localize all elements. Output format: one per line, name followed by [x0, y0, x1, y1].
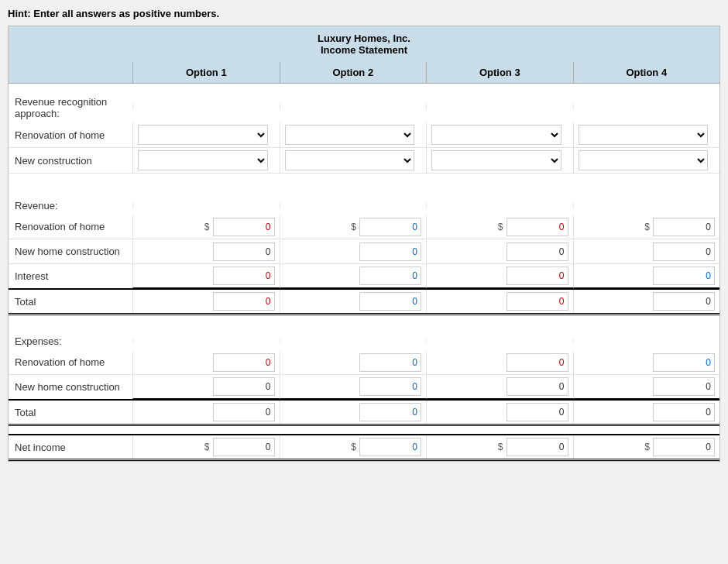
company-name: Luxury Homes, Inc.	[15, 33, 713, 44]
rr-empty-3	[426, 105, 573, 109]
new-construction-select-cell-2: Option A Option B Option C	[280, 148, 427, 173]
rev-new-home-cell-1	[132, 240, 280, 263]
col-header-3: Option 3	[426, 62, 573, 83]
exp-new-home-input-4[interactable]	[653, 377, 715, 396]
exp-total-cell-3	[426, 401, 573, 424]
rev-empty-1	[132, 203, 280, 208]
exp-empty-1	[132, 339, 280, 343]
new-construction-select-3[interactable]: Option A Option B Option C	[431, 150, 561, 170]
spacer-3	[9, 426, 719, 434]
exp-new-home-cell-2	[280, 375, 427, 399]
revenue-recognition-label: Revenue recognition approach:	[9, 91, 132, 122]
exp-new-home-label: New home construction	[9, 378, 132, 396]
exp-renovation-cell-3	[426, 351, 573, 374]
net-income-input-3[interactable]	[507, 438, 568, 456]
rev-interest-row: Interest	[9, 264, 719, 290]
col-header-1: Option 1	[132, 62, 280, 83]
new-construction-dropdown-row: New construction Option A Option B Optio…	[9, 148, 719, 174]
dollar-3: $	[498, 222, 503, 232]
rev-new-home-cell-3	[426, 240, 573, 263]
hint-text: Hint: Enter all answers as positive numb…	[8, 8, 720, 19]
rev-new-home-cell-2	[280, 240, 427, 263]
renovation-select-3[interactable]: Option A Option B Option C	[431, 125, 561, 145]
new-construction-select-2[interactable]: Option A Option B Option C	[285, 150, 415, 170]
new-construction-dropdown-label: New construction	[9, 152, 132, 170]
rev-new-home-input-1[interactable]	[213, 242, 275, 261]
exp-total-input-4[interactable]	[653, 403, 715, 421]
exp-renovation-input-4[interactable]	[653, 353, 715, 372]
renovation-dropdown-row: Renovation of home Option A Option B Opt…	[9, 122, 719, 148]
rr-empty-4	[573, 105, 720, 109]
new-construction-select-cell-4: Option A Option B Option C	[573, 148, 720, 173]
rev-empty-2	[280, 203, 427, 208]
dollar-4: $	[644, 222, 650, 232]
rev-interest-label: Interest	[9, 267, 132, 285]
exp-new-home-row: New home construction	[9, 375, 719, 401]
rev-total-cell-2	[280, 290, 427, 313]
rev-new-home-row: New home construction	[9, 239, 719, 264]
rev-interest-cell-1	[132, 264, 280, 288]
rev-renovation-cell-4: $	[573, 215, 720, 239]
rev-renovation-input-2[interactable]	[359, 218, 421, 236]
net-income-input-4[interactable]	[653, 438, 715, 456]
exp-renovation-cell-1	[132, 351, 280, 374]
rev-new-home-input-4[interactable]	[653, 242, 715, 261]
rev-renovation-input-4[interactable]	[653, 218, 715, 236]
rev-renovation-cell-2: $	[280, 215, 427, 239]
rev-renovation-input-1[interactable]	[213, 218, 275, 236]
net-income-input-1[interactable]	[213, 438, 275, 456]
exp-renovation-cell-4	[573, 351, 720, 374]
rr-empty-1	[132, 105, 280, 109]
new-construction-select-4[interactable]: Option A Option B Option C	[579, 150, 709, 170]
rev-new-home-cell-4	[573, 240, 720, 263]
rr-empty-2	[280, 105, 427, 109]
exp-new-home-input-3[interactable]	[507, 377, 568, 396]
rev-interest-input-1[interactable]	[213, 267, 275, 285]
exp-total-cell-4	[573, 401, 720, 424]
exp-renovation-input-3[interactable]	[507, 353, 568, 372]
net-income-cell-4: $	[573, 435, 720, 459]
exp-total-input-3[interactable]	[507, 403, 568, 421]
rev-total-input-4[interactable]	[653, 292, 715, 311]
dollar-2: $	[351, 222, 356, 232]
rev-total-input-1[interactable]	[213, 292, 275, 311]
renovation-select-2[interactable]: Option A Option B Option C	[285, 125, 415, 145]
rev-new-home-input-2[interactable]	[359, 242, 421, 261]
rev-total-input-2[interactable]	[359, 292, 421, 311]
rev-interest-input-4[interactable]	[653, 267, 715, 285]
renovation-select-cell-1: Option A Option B Option C	[132, 122, 280, 147]
renovation-select-4[interactable]: Option A Option B Option C	[579, 125, 709, 145]
exp-empty-2	[280, 339, 427, 343]
revenue-section: Revenue:	[9, 187, 719, 215]
rev-total-row: Total	[9, 290, 719, 315]
ni-dollar-1: $	[204, 442, 210, 452]
exp-new-home-cell-1	[132, 375, 280, 399]
renovation-select-1[interactable]: Option A Option B Option C	[138, 125, 268, 145]
rev-renovation-input-3[interactable]	[507, 218, 568, 236]
ni-dollar-3: $	[498, 442, 503, 452]
exp-new-home-input-1[interactable]	[213, 377, 275, 396]
rev-total-cell-1	[132, 290, 280, 313]
spacer-1	[9, 180, 719, 187]
column-headers: Option 1 Option 2 Option 3 Option 4	[9, 62, 719, 84]
renovation-dropdown-label: Renovation of home	[9, 126, 132, 144]
rev-new-home-input-3[interactable]	[507, 242, 568, 261]
exp-total-input-1[interactable]	[213, 403, 275, 421]
rev-interest-input-2[interactable]	[359, 267, 421, 285]
exp-new-home-cell-4	[573, 375, 720, 399]
rev-interest-cell-4	[573, 264, 720, 288]
rev-interest-cell-3	[426, 264, 573, 288]
rev-interest-input-3[interactable]	[507, 267, 568, 285]
exp-total-input-2[interactable]	[359, 403, 421, 421]
exp-renovation-input-2[interactable]	[359, 353, 421, 372]
exp-new-home-input-2[interactable]	[359, 377, 421, 396]
new-construction-select-1[interactable]: Option A Option B Option C	[138, 150, 268, 170]
rev-empty-4	[573, 203, 720, 208]
revenue-recognition-section: Revenue recognition approach:	[9, 84, 719, 122]
exp-renovation-input-1[interactable]	[213, 353, 275, 372]
rev-total-input-3[interactable]	[507, 292, 568, 311]
exp-renovation-cell-2	[280, 351, 427, 374]
net-income-input-2[interactable]	[359, 438, 421, 456]
statement-title: Income Statement	[15, 44, 713, 56]
rev-renovation-row: Renovation of home $ $ $ $	[9, 215, 719, 239]
